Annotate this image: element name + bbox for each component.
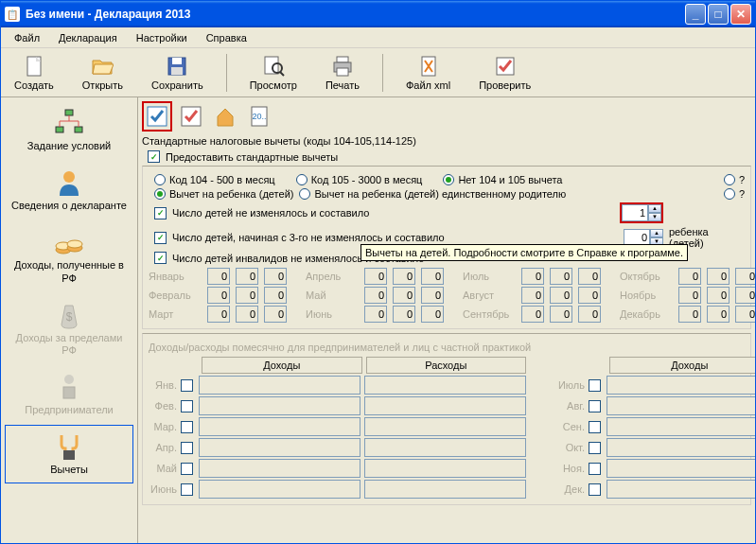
- exp-jan-check[interactable]: [181, 379, 193, 392]
- toolbar-preview[interactable]: Просмотр: [244, 53, 303, 93]
- nov-input-3[interactable]: [735, 287, 755, 304]
- exp-may-check[interactable]: [181, 463, 193, 475]
- sidebar-item-conditions[interactable]: Задание условий: [5, 101, 133, 159]
- menu-help[interactable]: Справка: [199, 30, 255, 45]
- exp-nov-check[interactable]: [589, 463, 601, 475]
- sidebar-item-deductions[interactable]: Вычеты: [5, 425, 133, 483]
- exp-feb-income[interactable]: [199, 396, 360, 415]
- code104-radio[interactable]: [154, 174, 166, 185]
- tab-other-deductions[interactable]: 20..: [244, 101, 274, 132]
- exp-oct-check[interactable]: [589, 442, 601, 454]
- jul-input-1[interactable]: [521, 268, 544, 285]
- feb-input-2[interactable]: [236, 287, 258, 304]
- exp-sep-income[interactable]: [607, 417, 755, 436]
- exp-jun-income[interactable]: [199, 480, 360, 499]
- spin-up[interactable]: ▲: [650, 229, 663, 237]
- exp-jun-check[interactable]: [181, 483, 193, 496]
- jan-input-1[interactable]: [207, 268, 230, 285]
- tab-property-deductions[interactable]: [210, 101, 240, 132]
- sep-input-3[interactable]: [578, 306, 601, 323]
- menu-file[interactable]: Файл: [7, 30, 47, 45]
- no104105-radio[interactable]: [443, 174, 454, 185]
- exp-jan-income[interactable]: [199, 376, 360, 395]
- exp-aug-check[interactable]: [589, 400, 601, 412]
- exp-mar-check[interactable]: [181, 421, 193, 433]
- maximize-button[interactable]: □: [708, 4, 729, 25]
- dec-input-1[interactable]: [678, 306, 701, 323]
- jun-input-2[interactable]: [393, 306, 415, 323]
- exp-mar-expense[interactable]: [364, 417, 526, 436]
- exp-oct-income[interactable]: [607, 438, 755, 457]
- close-button[interactable]: ✕: [730, 4, 751, 25]
- exp-dec-check[interactable]: [589, 483, 601, 496]
- exp-dec-income[interactable]: [607, 480, 755, 499]
- child-single-radio[interactable]: [299, 188, 310, 200]
- apr-input-3[interactable]: [421, 268, 444, 285]
- toolbar-open[interactable]: Открыть: [77, 53, 129, 93]
- mar-input-3[interactable]: [264, 306, 287, 323]
- apr-input-2[interactable]: [393, 268, 415, 285]
- sidebar-item-declarant[interactable]: Сведения о декларанте: [5, 161, 133, 219]
- children-not-changed-checkbox[interactable]: ✓: [154, 207, 167, 219]
- toolbar-save[interactable]: Сохранить: [146, 53, 209, 93]
- toolbar-xml[interactable]: Файл xml: [400, 53, 456, 93]
- spin-down[interactable]: ▼: [648, 213, 661, 221]
- exp-may-income[interactable]: [199, 459, 360, 478]
- toolbar-check[interactable]: Проверить: [473, 53, 536, 93]
- jan-input-3[interactable]: [264, 268, 287, 285]
- jan-input-2[interactable]: [236, 268, 258, 285]
- children-count-spinner[interactable]: ▲▼: [620, 202, 663, 223]
- toolbar-print[interactable]: Печать: [320, 53, 365, 93]
- exp-aug-income[interactable]: [607, 396, 755, 415]
- dec-input-3[interactable]: [735, 306, 755, 323]
- exp-apr-check[interactable]: [181, 442, 193, 454]
- nov-input-2[interactable]: [707, 287, 730, 304]
- help-radio-1[interactable]: [724, 174, 735, 185]
- sep-input-2[interactable]: [550, 306, 572, 323]
- aug-input-2[interactable]: [550, 287, 572, 304]
- children-disabled-checkbox[interactable]: ✓: [154, 252, 167, 264]
- aug-input-3[interactable]: [578, 287, 601, 304]
- may-input-1[interactable]: [364, 287, 387, 304]
- sidebar-item-income-abroad[interactable]: $ Доходы за пределами РФ: [5, 293, 133, 363]
- jun-input-3[interactable]: [421, 306, 444, 323]
- menu-declaration[interactable]: Декларация: [51, 30, 125, 45]
- code105-radio[interactable]: [296, 174, 308, 185]
- exp-feb-check[interactable]: [181, 400, 193, 412]
- jun-input-1[interactable]: [364, 306, 387, 323]
- toolbar-create[interactable]: Создать: [9, 53, 60, 93]
- tab-social-deductions[interactable]: [176, 101, 206, 132]
- exp-apr-income[interactable]: [199, 438, 360, 457]
- mar-input-1[interactable]: [207, 306, 230, 323]
- exp-mar-income[interactable]: [199, 417, 360, 436]
- sidebar-item-entrepreneurs[interactable]: Предприниматели: [5, 365, 133, 423]
- feb-input-3[interactable]: [264, 287, 287, 304]
- mar-input-2[interactable]: [236, 306, 258, 323]
- sep-input-1[interactable]: [521, 306, 544, 323]
- oct-input-1[interactable]: [678, 268, 701, 285]
- nov-input-1[interactable]: [678, 287, 701, 304]
- exp-feb-expense[interactable]: [364, 396, 526, 415]
- jul-input-2[interactable]: [550, 268, 572, 285]
- children-from3-checkbox[interactable]: ✓: [154, 232, 167, 244]
- provide-standard-checkbox[interactable]: ✓: [148, 150, 160, 163]
- exp-jan-expense[interactable]: [364, 376, 526, 395]
- exp-jul-income[interactable]: [607, 376, 755, 395]
- exp-apr-expense[interactable]: [364, 438, 526, 457]
- may-input-3[interactable]: [421, 287, 444, 304]
- sidebar-item-income-rf[interactable]: Доходы, полученные в РФ: [5, 220, 133, 290]
- spin-up[interactable]: ▲: [648, 204, 661, 213]
- exp-jul-check[interactable]: [589, 379, 601, 392]
- children-count-input[interactable]: [622, 204, 648, 221]
- exp-may-expense[interactable]: [364, 459, 526, 478]
- help-radio-2[interactable]: [724, 188, 735, 200]
- dec-input-2[interactable]: [707, 306, 730, 323]
- oct-input-3[interactable]: [735, 268, 755, 285]
- tab-standard-deductions[interactable]: [142, 101, 172, 132]
- exp-sep-check[interactable]: [589, 421, 601, 433]
- aug-input-1[interactable]: [521, 287, 544, 304]
- menu-settings[interactable]: Настройки: [129, 30, 195, 45]
- feb-input-1[interactable]: [207, 287, 230, 304]
- apr-input-1[interactable]: [364, 268, 387, 285]
- child-deduction-radio[interactable]: [154, 188, 166, 200]
